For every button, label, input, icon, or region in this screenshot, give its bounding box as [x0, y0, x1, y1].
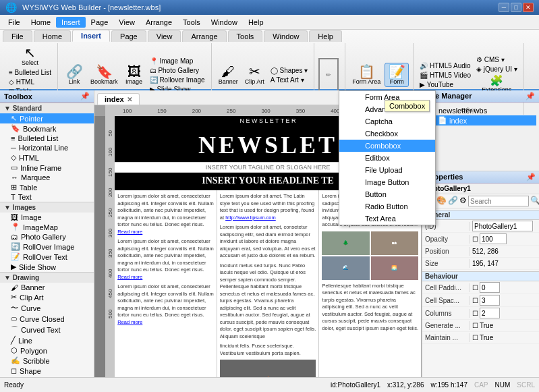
ribbon-btn-image[interactable]: 🖼Image: [122, 63, 146, 86]
ribbon-btn-html[interactable]: ◇ HTML: [7, 78, 53, 86]
ribbon-btn-form[interactable]: 📝Form: [385, 63, 409, 87]
toolbox-section-images[interactable]: ▼ Images: [0, 202, 94, 213]
toolbox-item-table[interactable]: ⊞ Table: [0, 182, 94, 192]
toolbox-item-html[interactable]: ◇ HTML: [0, 152, 94, 163]
toolbox-item-hline[interactable]: ─ Horizontal Line: [0, 143, 94, 152]
ribbon-btn-textart[interactable]: A Text Art ▾: [268, 76, 310, 84]
toolbox-item-scribble[interactable]: ✍ Scribble: [0, 356, 94, 366]
toolbox-item-curve[interactable]: 〜 Curve: [0, 302, 94, 314]
col1-readmore3[interactable]: Read more: [117, 319, 142, 325]
toolbox-item-textart[interactable]: A Text Art: [0, 376, 94, 377]
prop-input-cellpadding[interactable]: [480, 282, 500, 293]
prop-input-cellspacing[interactable]: [480, 295, 500, 306]
toolbox-header[interactable]: Toolbox 📌: [0, 90, 94, 103]
close-button[interactable]: ✕: [523, 3, 534, 12]
ribbon-tab-arrange[interactable]: Arrange: [182, 30, 226, 42]
dropdown-item-combobox[interactable]: Combobox: [339, 140, 435, 152]
menu-insert[interactable]: Insert: [56, 17, 86, 28]
dropdown-item-captcha[interactable]: Captcha: [339, 115, 435, 128]
toolbox-item-shape[interactable]: ◻ Shape: [0, 366, 94, 376]
toolbox-item-imagemap[interactable]: 📍 ImageMap: [0, 222, 94, 232]
prop-icon-3[interactable]: 🔗: [448, 196, 458, 206]
toolbox-item-bulletedlist[interactable]: ≡ Bulleted List: [0, 134, 94, 143]
search-input[interactable]: [468, 196, 529, 206]
toolbox-item-rollovertext[interactable]: 📝 RollOver Text: [0, 252, 94, 262]
ribbon-btn-youtube[interactable]: ▶ YouTube: [418, 80, 473, 89]
toolbox-item-bookmark[interactable]: 🔖 Bookmark: [0, 123, 94, 134]
dropdown-item-editbox[interactable]: Editbox: [339, 152, 435, 164]
maximize-button[interactable]: □: [511, 3, 521, 12]
toolbox-item-inlineframe[interactable]: ▭ Inline Frame: [0, 163, 94, 173]
ribbon-btn-formarea[interactable]: 📋Form Area: [349, 63, 383, 86]
ribbon-btn-jqueryui[interactable]: ◈ jQuery UI ▾: [474, 65, 519, 74]
toolbox-item-pointer[interactable]: ↖ Pointer: [0, 113, 94, 123]
prop-icon-4[interactable]: ⚙: [459, 196, 467, 206]
prop-icon-2[interactable]: 🎨: [436, 196, 447, 206]
prop-input-id[interactable]: [472, 221, 533, 231]
toolbox-item-rolloverimage[interactable]: 🔄 RollOver Image: [0, 242, 94, 252]
dropdown-item-imagebutton[interactable]: Image Button: [339, 176, 435, 188]
ribbon-btn-html5video[interactable]: 🎬 HTML5 Video: [418, 71, 473, 80]
col1-readmore[interactable]: Read more: [117, 229, 142, 235]
dropdown-item-checkbox[interactable]: Checkbox: [339, 128, 435, 140]
toolbox-section-drawing[interactable]: ▼ Drawing: [0, 272, 94, 283]
toolbox-item-banner[interactable]: 🖌 Banner: [0, 283, 94, 292]
prop-input-opacity[interactable]: [480, 233, 507, 244]
search-icon[interactable]: 🔍: [530, 196, 539, 206]
ribbon-btn-cms[interactable]: ⚙ CMS ▾: [474, 55, 519, 64]
menu-tools[interactable]: Tools: [177, 17, 206, 28]
ribbon-tab-help[interactable]: Help: [309, 30, 342, 42]
ribbon-btn-bulleted[interactable]: ≡ Bulleted List: [7, 68, 53, 77]
ribbon-btn-clipart[interactable]: ✂Clip Art: [242, 63, 267, 86]
tree-item-root[interactable]: 📁 newsletter.wbs: [424, 105, 536, 115]
toolbox-pin[interactable]: 📌: [80, 92, 90, 101]
ribbon-tab-page[interactable]: Page: [111, 30, 146, 42]
ribbon-btn-select[interactable]: ↖Select: [7, 45, 53, 67]
ribbon-tab-insert[interactable]: Insert: [72, 30, 110, 42]
ribbon-tab-window[interactable]: Window: [264, 30, 308, 42]
toolbox-item-image[interactable]: 🖼 Image: [0, 213, 94, 222]
menu-home[interactable]: Home: [26, 17, 56, 28]
dropdown-item-textarea[interactable]: Text Area: [339, 213, 435, 225]
ribbon-btn-link[interactable]: 🔗Link: [62, 63, 86, 86]
ribbon-btn-photogallery[interactable]: 🗂 Photo Gallery: [148, 66, 207, 75]
properties-pin[interactable]: 📌: [526, 173, 536, 181]
tab-index[interactable]: index ✕: [97, 93, 140, 105]
ribbon-btn-html5audio[interactable]: 🔊 HTML5 Audio: [418, 61, 473, 70]
toolbox-item-curveclosed[interactable]: ⬭ Curve Closed: [0, 314, 94, 324]
menu-help[interactable]: Help: [243, 17, 269, 28]
toolbox-item-clipart[interactable]: ✂ Clip Art: [0, 292, 94, 302]
toolbox-item-marquee[interactable]: ↔ Marquee: [0, 173, 94, 182]
tree-item-index[interactable]: 📄 index: [424, 115, 536, 125]
toolbox-section-standard[interactable]: ▼ Standard: [0, 103, 94, 113]
lipsumlink[interactable]: http://www.lipsum.com: [225, 215, 276, 221]
ribbon-btn-imagemap[interactable]: 📍 Image Map: [148, 57, 207, 65]
toolbox-item-line[interactable]: ╱ Line: [0, 335, 94, 345]
tab-close[interactable]: ✕: [127, 96, 132, 103]
minimize-button[interactable]: ─: [499, 3, 509, 12]
toolbox-item-photogallery[interactable]: 🗂 Photo Gallery: [0, 232, 94, 242]
ribbon-btn-rolloverimage[interactable]: 🔄 Rollover Image: [148, 76, 207, 84]
ribbon-tab-tools[interactable]: Tools: [228, 30, 263, 42]
menu-page[interactable]: Page: [86, 17, 114, 28]
ribbon-btn-shapes[interactable]: ◯ Shapes ▾: [268, 66, 310, 75]
ribbon-tab-home[interactable]: Home: [34, 30, 71, 42]
ribbon-tab-file[interactable]: File: [3, 30, 32, 42]
menu-window[interactable]: Window: [206, 17, 243, 28]
toolbox-item-curvedtext[interactable]: ⌒ Curved Text: [0, 324, 94, 335]
dropdown-item-button[interactable]: Button: [339, 188, 435, 200]
dropdown-item-radiobutton[interactable]: Radio Button: [339, 200, 435, 213]
col1-readmore2[interactable]: Read more: [117, 274, 142, 280]
ribbon-tab-view[interactable]: View: [148, 30, 181, 42]
menu-view[interactable]: View: [113, 17, 140, 28]
ribbon-btn-bookmark[interactable]: 🔖Bookmark: [88, 63, 121, 86]
toolbox-item-text[interactable]: T Text: [0, 192, 94, 202]
toolbox-item-slideshow[interactable]: ▶ Slide Show: [0, 262, 94, 272]
dropdown-item-fileupload[interactable]: File Upload: [339, 164, 435, 176]
prop-input-columns[interactable]: [480, 308, 500, 318]
menu-file[interactable]: File: [3, 17, 26, 28]
ribbon-btn-banner[interactable]: 🖌Banner: [216, 63, 241, 86]
toolbox-item-polygon[interactable]: ⬡ Polygon: [0, 345, 94, 356]
site-manager-pin[interactable]: 📌: [526, 92, 535, 101]
menu-arrange[interactable]: Arrange: [140, 17, 177, 28]
